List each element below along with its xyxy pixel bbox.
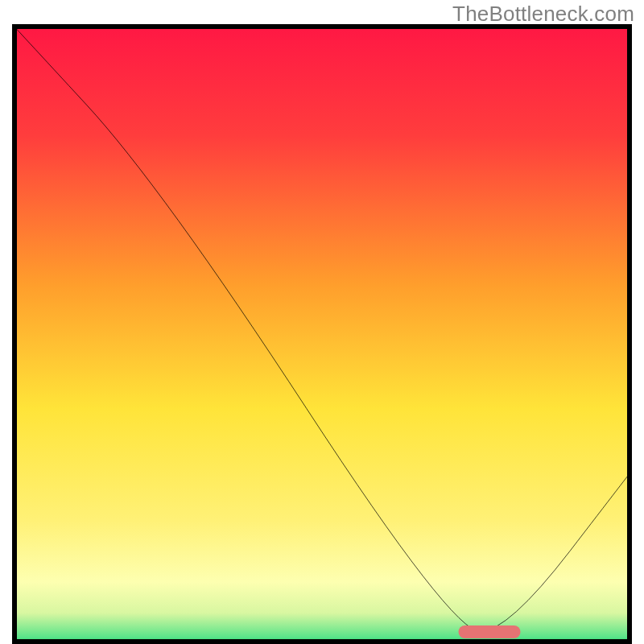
chart-frame	[12, 24, 632, 644]
chart-minimum-marker	[458, 625, 520, 638]
svg-rect-0	[12, 24, 632, 644]
watermark-text: TheBottleneck.com	[452, 2, 634, 27]
chart-background-gradient	[12, 24, 632, 644]
